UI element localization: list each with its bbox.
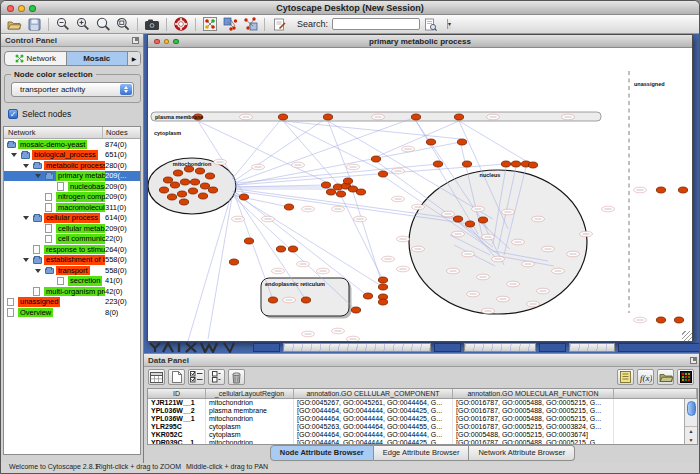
tree-row-transport[interactable]: transport558(0) [4, 265, 140, 276]
network-node[interactable] [378, 284, 387, 290]
network-node[interactable] [457, 139, 466, 145]
network-node[interactable] [326, 189, 335, 195]
network-node[interactable] [159, 187, 168, 193]
float-panel-icon[interactable] [132, 37, 139, 44]
network-node[interactable] [195, 168, 204, 174]
network-node[interactable] [200, 183, 209, 189]
disclosure-triangle-icon[interactable] [23, 164, 29, 168]
tree-row-cellular-process[interactable]: cellular process614(0) [4, 213, 140, 224]
network-node[interactable] [453, 216, 462, 222]
network-node[interactable] [511, 161, 520, 167]
minimized-window-marker[interactable] [253, 343, 280, 352]
layout-network-b-button[interactable] [240, 16, 260, 33]
table-scrollbar[interactable]: ▲▼ [684, 399, 697, 445]
zoom-window-button[interactable] [29, 5, 36, 12]
network-node[interactable] [343, 178, 352, 184]
network-window-minimize-button[interactable] [164, 39, 170, 45]
table-row[interactable]: YPL036W__1mitochondrion[GO:0044464, GO:0… [148, 415, 697, 423]
network-node[interactable] [656, 317, 665, 323]
formula-builder-button[interactable]: f(x) [637, 369, 654, 385]
new-attribute-button[interactable] [168, 369, 185, 385]
network-node[interactable] [278, 114, 287, 120]
network-window-close-button[interactable] [154, 39, 160, 45]
network-node[interactable] [167, 194, 176, 200]
tree-row-nucleobase-[interactable]: nucleobase-209(0) [4, 181, 140, 192]
open-session-button[interactable] [4, 16, 24, 33]
network-node[interactable] [244, 238, 253, 244]
network-node[interactable] [177, 191, 186, 197]
import-attributes-button[interactable] [657, 369, 674, 385]
column-go-molecular-function[interactable]: annotation.GO MOLECULAR_FUNCTION [453, 389, 614, 398]
help-button[interactable] [171, 16, 191, 33]
network-node[interactable] [678, 187, 687, 193]
scrollbar-arrows[interactable]: ▲▼ [685, 426, 697, 444]
float-panel-icon[interactable] [690, 357, 697, 364]
tree-row-response-to-stimulu[interactable]: response to stimulu264(0) [4, 244, 140, 255]
network-node[interactable] [674, 317, 683, 323]
minimized-window-marker[interactable] [434, 343, 461, 352]
network-node[interactable] [163, 177, 172, 183]
layout-network-a-button[interactable] [220, 16, 240, 33]
disclosure-triangle-icon[interactable] [11, 153, 17, 157]
export-image-button[interactable] [142, 16, 162, 33]
close-button[interactable] [7, 5, 14, 12]
network-window-titlebar[interactable]: primary metabolic process [148, 35, 692, 48]
network-node[interactable] [179, 199, 188, 205]
search-dropdown-arrow[interactable]: ▾ [447, 19, 451, 29]
disclosure-triangle-icon[interactable] [23, 258, 29, 262]
network-node[interactable] [229, 259, 238, 265]
tab-network-attribute-browser[interactable]: Network Attribute Browser [469, 445, 575, 461]
network-node[interactable] [336, 191, 345, 197]
network-node[interactable] [276, 246, 285, 252]
disclosure-triangle-icon[interactable] [35, 269, 41, 273]
network-node[interactable] [426, 139, 435, 145]
network-node[interactable] [301, 297, 310, 303]
network-node[interactable] [411, 114, 420, 120]
network-node[interactable] [465, 221, 474, 227]
column-id[interactable]: ID [148, 389, 206, 398]
network-node[interactable] [351, 307, 360, 313]
tab-network[interactable]: Network [5, 52, 66, 65]
network-window-zoom-button[interactable] [173, 39, 179, 45]
network-node[interactable] [321, 182, 330, 188]
tab-edge-attribute-browser[interactable]: Edge Attribute Browser [374, 445, 470, 461]
minimized-window-thumbnail[interactable] [464, 343, 536, 352]
minimize-button[interactable] [18, 5, 25, 12]
unselect-attributes-button[interactable] [208, 369, 225, 385]
tree-row-mosaic-demo-yeast[interactable]: mosaic-demo-yeast874(0) [4, 139, 140, 150]
annotation-button[interactable] [269, 16, 289, 33]
network-node[interactable] [454, 114, 463, 120]
table-row[interactable]: YPL036W__2plasma membrane[GO:0044464, GO… [148, 407, 697, 415]
vizmapper-button[interactable] [200, 16, 220, 33]
minimized-window-thumbnail[interactable] [283, 343, 431, 352]
network-node[interactable] [501, 161, 510, 167]
disclosure-triangle-icon[interactable] [23, 216, 29, 220]
disclosure-triangle-icon[interactable] [35, 174, 41, 178]
zoom-selected-region-button[interactable] [113, 16, 133, 33]
network-node[interactable] [198, 193, 207, 199]
network-node[interactable] [268, 297, 277, 303]
zoom-out-button[interactable] [53, 16, 73, 33]
column-go-cellular-component[interactable]: annotation.GO CELLULAR_COMPONENT [294, 389, 453, 398]
column-cellular-layout-region[interactable]: _cellularLayoutRegion [206, 389, 294, 398]
network-node[interactable] [478, 217, 487, 223]
minimized-window-bar[interactable] [618, 343, 700, 352]
network-node[interactable] [288, 246, 297, 252]
tree-row-cell-communicat[interactable]: cell communicat22(0) [4, 234, 140, 245]
network-node[interactable] [170, 182, 179, 188]
column-nodes[interactable]: Nodes [103, 127, 140, 138]
network-node[interactable] [190, 179, 199, 185]
tree-row-unassigned[interactable]: unassigned223(0) [4, 297, 140, 308]
network-node[interactable] [462, 161, 471, 167]
attribute-table-button[interactable] [148, 369, 165, 385]
table-row[interactable]: YJR121W__1mitochondrion[GO:0045267, GO:0… [148, 399, 697, 407]
table-row[interactable]: YLR295Ccytoplasm[GO:0045263, GO:0044464,… [148, 423, 697, 431]
tree-row-biological-process[interactable]: biological_process651(0) [4, 150, 140, 161]
tree-row-multi-organism-pro[interactable]: multi-organism pro42(0) [4, 286, 140, 297]
network-node[interactable] [323, 114, 332, 120]
network-node[interactable] [208, 187, 217, 193]
node-color-dropdown[interactable]: transporter activity [11, 82, 134, 97]
tree-row-macromolecule[interactable]: macromolecule311(0) [4, 202, 140, 213]
tab-node-attribute-browser[interactable]: Node Attribute Browser [270, 445, 374, 461]
tree-row-cellular-metabol[interactable]: cellular metabol209(0) [4, 223, 140, 234]
